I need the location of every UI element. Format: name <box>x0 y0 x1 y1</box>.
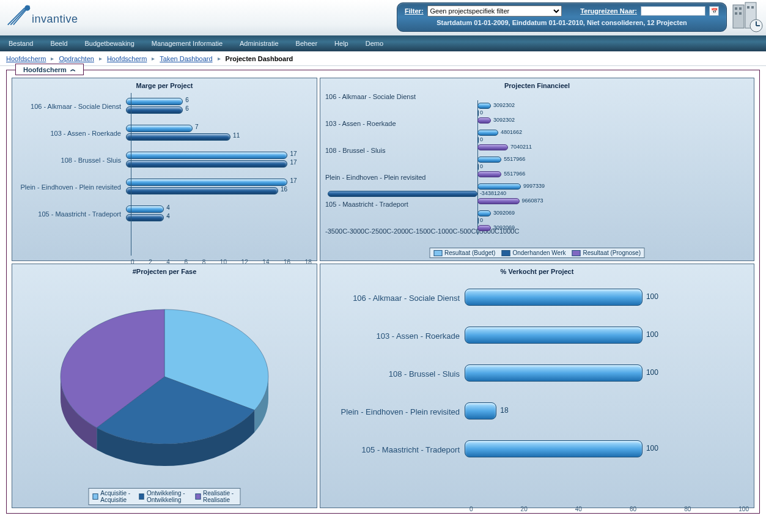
filter-summary: Startdatum 01-01-2009, Einddatum 01-01-2… <box>405 19 719 26</box>
menu-budget[interactable]: Budgetbewaking <box>85 40 134 47</box>
legend-item: Resultaat (Budget) <box>444 249 495 256</box>
chevron-right-icon: ▸ <box>51 55 54 62</box>
bar-group: 711 <box>126 120 312 147</box>
svg-point-0 <box>24 6 30 11</box>
svg-rect-8 <box>751 6 754 9</box>
legend-fase: Acquisitie - Acquisitie Ontwikkeling - O… <box>89 488 241 505</box>
legend-item: Ontwikkeling - Ontwikkeling <box>147 490 189 503</box>
chart-verkocht: 106 - Alkmaar - Sociale Dienst100103 - A… <box>325 279 749 503</box>
brand-icon <box>5 2 33 29</box>
crumb-1[interactable]: Opdrachten <box>59 55 94 62</box>
bar-row: Plein - Eindhoven - Plein revisited1716 <box>17 174 312 201</box>
menu-bestand[interactable]: Bestand <box>9 40 33 47</box>
bar-row: 106 - Alkmaar - Sociale Dienst100 <box>325 279 749 317</box>
menu-management[interactable]: Management Informatie <box>152 40 223 47</box>
calendar-icon[interactable]: 📅 <box>709 6 719 16</box>
filter-label: Filter: <box>405 7 424 15</box>
chevron-right-icon: ▸ <box>152 55 155 62</box>
menu-admin[interactable]: Administratie <box>240 40 279 47</box>
bar-row: 108 - Brussel - Sluis1717 <box>17 147 312 174</box>
breadcrumb: Hoofdscherm▸ Opdrachten▸ Hoofdscherm▸ Ta… <box>0 51 766 66</box>
legend-item: Acquisitie - Acquisitie <box>100 490 133 503</box>
menu-help[interactable]: Help <box>334 40 348 47</box>
bar-row: 106 - Alkmaar - Sociale Dienst3092302030… <box>325 93 749 120</box>
bar-group: 66 <box>126 93 312 120</box>
bar-group: 9997339-343812409660873 <box>325 181 749 208</box>
svg-rect-6 <box>739 12 742 15</box>
panel-title: Projecten Financieel <box>320 82 754 89</box>
menu-demo[interactable]: Demo <box>366 40 383 47</box>
chevron-up-icon: ︽ <box>70 65 76 73</box>
menu-bar: Bestand Beeld Budgetbewaking Management … <box>0 35 766 51</box>
bar-group: 1716 <box>126 174 312 201</box>
chevron-right-icon: ▸ <box>99 55 102 62</box>
category-label: 106 - Alkmaar - Sociale Dienst <box>325 294 465 303</box>
bar-row: 103 - Assen - Roerkade100 <box>325 317 749 355</box>
chart-financieel: 106 - Alkmaar - Sociale Dienst3092302030… <box>325 93 749 256</box>
category-label: 103 - Assen - Roerkade <box>17 130 126 137</box>
top-bar: invantive Filter: Geen projectspecifiek … <box>0 0 766 35</box>
brand-name: invantive <box>32 13 78 26</box>
chevron-right-icon: ▸ <box>218 55 221 62</box>
buildings-clock-icon <box>731 1 765 33</box>
tab-label: Hoofdscherm <box>23 66 67 73</box>
bar-group: 1717 <box>126 147 312 174</box>
category-label: 103 - Assen - Roerkade <box>325 331 465 341</box>
bar-group: 309206903092069 <box>325 208 749 235</box>
category-label: 105 - Maastricht - Tradeport <box>325 445 465 454</box>
panel-verkocht: % Verkocht per Project 106 - Alkmaar - S… <box>320 264 754 508</box>
legend-item: Onderhanden Werk <box>512 249 565 256</box>
chart-fase <box>18 283 311 489</box>
legend-item: Resultaat (Prognose) <box>583 249 641 256</box>
bar-group: 480166207040211 <box>325 127 749 154</box>
panel-title: #Projecten per Fase <box>12 268 317 275</box>
bar-group: 100 <box>465 355 749 393</box>
panel-marge: Marge per Project 106 - Alkmaar - Social… <box>12 78 317 261</box>
crumb-3[interactable]: Taken Dashboard <box>160 55 212 62</box>
travel-label: Terugreizen Naar: <box>580 7 637 15</box>
svg-rect-4 <box>739 7 742 10</box>
category-label: Plein - Eindhoven - Plein revisited <box>17 183 126 191</box>
filter-select[interactable]: Geen projectspecifiek filter <box>427 6 562 17</box>
legend-item: Realisatie - Realisatie <box>203 490 236 503</box>
svg-rect-1 <box>733 5 744 28</box>
tab-hoofdscherm[interactable]: Hoofdscherm ︽ <box>15 64 84 75</box>
filter-bar: Filter: Geen projectspecifiek filter Ter… <box>397 2 727 32</box>
bar-group: 309230203092302 <box>325 100 749 127</box>
category-label: 108 - Brussel - Sluis <box>17 157 126 164</box>
panel-title: Marge per Project <box>12 82 317 89</box>
category-label: 105 - Maastricht - Tradeport <box>17 210 126 218</box>
bar-group: 100 <box>465 317 749 355</box>
svg-rect-3 <box>735 7 737 10</box>
crumb-0[interactable]: Hoofdscherm <box>6 55 46 62</box>
bar-group: 100 <box>465 430 749 468</box>
panel-financieel: Projecten Financieel 106 - Alkmaar - Soc… <box>320 78 754 261</box>
panel-title: % Verkocht per Project <box>320 268 754 275</box>
menu-beheer[interactable]: Beheer <box>296 40 317 47</box>
brand-logo: invantive <box>5 2 78 29</box>
crumb-2[interactable]: Hoofdscherm <box>107 55 147 62</box>
menu-beeld[interactable]: Beeld <box>50 40 67 47</box>
bar-group: 18 <box>465 393 749 430</box>
panel-fase: #Projecten per Fase Acquisitie - Acquisi… <box>12 264 317 508</box>
bar-row: 105 - Maastricht - Tradeport44 <box>17 201 312 227</box>
crumb-current: Projecten Dashboard <box>226 55 293 62</box>
bar-row: Plein - Eindhoven - Plein revisited18 <box>325 393 749 430</box>
bar-group: 551796605517966 <box>325 154 749 181</box>
bar-row: 106 - Alkmaar - Sociale Dienst66 <box>17 93 312 120</box>
chart-marge: 106 - Alkmaar - Sociale Dienst66103 - As… <box>17 93 312 256</box>
category-label: Plein - Eindhoven - Plein revisited <box>325 407 465 416</box>
svg-rect-5 <box>735 12 737 15</box>
bar-row: 105 - Maastricht - Tradeport100 <box>325 430 749 468</box>
svg-rect-7 <box>747 6 749 9</box>
bar-row: 108 - Brussel - Sluis100 <box>325 355 749 393</box>
bar-group: 44 <box>126 201 312 227</box>
bar-group: 100 <box>465 279 749 317</box>
category-label: 108 - Brussel - Sluis <box>325 369 465 379</box>
travel-date-input[interactable] <box>641 6 705 16</box>
bar-row: 103 - Assen - Roerkade711 <box>17 120 312 147</box>
category-label: 106 - Alkmaar - Sociale Dienst <box>325 93 444 100</box>
content-frame: Hoofdscherm ︽ Marge per Project 106 - Al… <box>6 70 760 514</box>
legend-financieel: Resultaat (Budget) Onderhanden Werk Resu… <box>429 248 645 258</box>
category-label: 106 - Alkmaar - Sociale Dienst <box>17 103 126 110</box>
